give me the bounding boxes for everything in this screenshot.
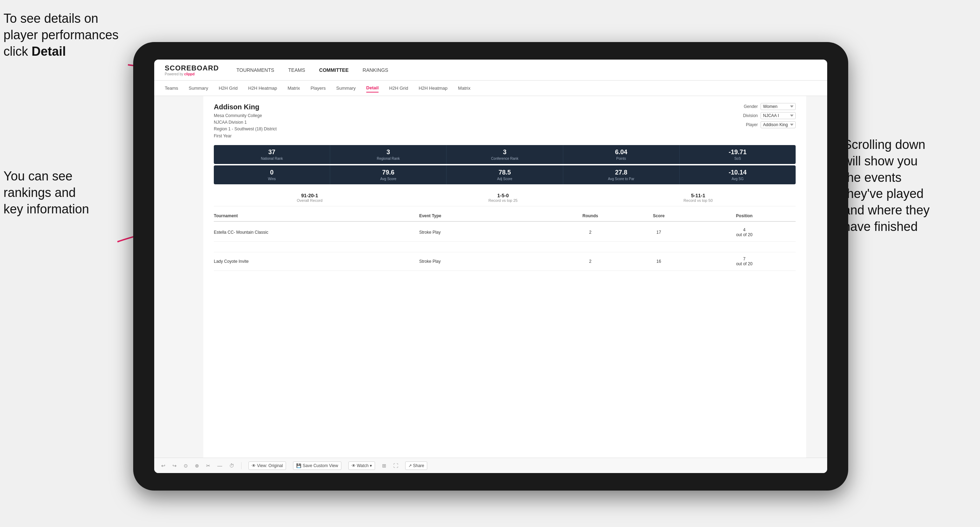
subnav-players[interactable]: Players bbox=[310, 84, 326, 92]
th-position: Position bbox=[693, 213, 795, 218]
player-filter-label: Player bbox=[746, 122, 758, 127]
annotation-topleft: To see details on player performances cl… bbox=[3, 11, 137, 60]
view-original-label: 👁 View: Original bbox=[252, 463, 283, 468]
th-score: Score bbox=[625, 213, 693, 218]
stat-avg-score-label: Avg Score bbox=[335, 177, 441, 181]
subnav-matrix2[interactable]: Matrix bbox=[458, 84, 470, 92]
tablet-screen: SCOREBOARD Powered by clippd TOURNAMENTS… bbox=[154, 60, 827, 473]
subnav-matrix[interactable]: Matrix bbox=[287, 84, 300, 92]
nav-rankings[interactable]: RANKINGS bbox=[363, 65, 388, 75]
subnav-h2h-grid[interactable]: H2H Grid bbox=[219, 84, 238, 92]
stat-wins-label: Wins bbox=[219, 177, 325, 181]
division-select[interactable]: NJCAA I NJCAA II bbox=[760, 112, 795, 119]
record-overall-label: Overall Record bbox=[297, 198, 323, 203]
td-rounds-1: 2 bbox=[556, 230, 624, 235]
player-year: First Year bbox=[214, 133, 277, 140]
sub-nav: Teams Summary H2H Grid H2H Heatmap Matri… bbox=[154, 81, 827, 96]
stat-points: 6.04 Points bbox=[563, 145, 679, 164]
minus-icon[interactable]: — bbox=[217, 463, 222, 468]
annotation-bottomleft: You can see rankings and key information bbox=[3, 168, 123, 217]
nav-tournaments[interactable]: TOURNAMENTS bbox=[236, 65, 274, 75]
stat-avg-sg-label: Avg SG bbox=[684, 177, 791, 181]
td-score-1: 17 bbox=[625, 230, 693, 235]
player-school: Mesa Community College bbox=[214, 113, 277, 119]
td-tournament-1: Estella CC- Mountain Classic bbox=[214, 230, 419, 235]
player-header: Addison King Mesa Community College NJCA… bbox=[214, 103, 795, 140]
subnav-h2h-heatmap[interactable]: H2H Heatmap bbox=[248, 84, 277, 92]
toolbar-divider bbox=[241, 462, 242, 469]
stat-wins-value: 0 bbox=[219, 169, 325, 176]
share-label: ↗ Share bbox=[408, 463, 424, 468]
tournament-table: Tournament Event Type Rounds Score Posit… bbox=[214, 213, 795, 271]
th-rounds: Rounds bbox=[556, 213, 624, 218]
record-top50-label: Record vs top 50 bbox=[684, 198, 713, 203]
td-tournament-2: Lady Coyote Invite bbox=[214, 259, 419, 264]
subnav-summary[interactable]: Summary bbox=[189, 84, 208, 92]
tablet-device: SCOREBOARD Powered by clippd TOURNAMENTS… bbox=[133, 42, 848, 490]
logo-area: SCOREBOARD Powered by clippd bbox=[165, 64, 219, 76]
stat-avg-score-par-label: Avg Score to Par bbox=[568, 177, 675, 181]
gender-select[interactable]: Women Men bbox=[760, 103, 795, 110]
stat-regional-rank-value: 3 bbox=[335, 149, 441, 156]
table-row: Lady Coyote Invite Stroke Play 2 16 7out… bbox=[214, 252, 795, 271]
logo-powered: Powered by clippd bbox=[165, 72, 219, 76]
view-original-button[interactable]: 👁 View: Original bbox=[248, 462, 286, 470]
subnav-summary2[interactable]: Summary bbox=[336, 84, 356, 92]
player-info: Addison King Mesa Community College NJCA… bbox=[214, 103, 277, 140]
watch-label: 👁 Watch ▾ bbox=[352, 463, 372, 468]
player-select[interactable]: Addison King bbox=[760, 121, 795, 128]
expand-icon[interactable]: ⛶ bbox=[393, 463, 398, 468]
stat-wins: 0 Wins bbox=[214, 165, 330, 184]
nav-teams[interactable]: TEAMS bbox=[288, 65, 305, 75]
redo-icon[interactable]: ↪ bbox=[172, 463, 177, 468]
stat-conference-rank-value: 3 bbox=[452, 149, 558, 156]
stat-avg-score-par-value: 27.8 bbox=[568, 169, 675, 176]
refresh-icon[interactable]: ⊙ bbox=[184, 463, 188, 468]
th-tournament: Tournament bbox=[214, 213, 419, 218]
stat-points-value: 6.04 bbox=[568, 149, 675, 156]
add-icon[interactable]: ⊕ bbox=[195, 463, 199, 468]
logo-scoreboard: SCOREBOARD bbox=[165, 64, 219, 72]
left-panel bbox=[154, 96, 203, 458]
table-row-empty bbox=[214, 242, 795, 252]
stat-avg-score: 79.6 Avg Score bbox=[330, 165, 447, 184]
player-name: Addison King bbox=[214, 103, 277, 111]
nav-committee[interactable]: COMMITTEE bbox=[319, 65, 349, 75]
th-event: Event Type bbox=[419, 213, 556, 218]
grid-icon[interactable]: ⊞ bbox=[382, 463, 386, 468]
app-header: SCOREBOARD Powered by clippd TOURNAMENTS… bbox=[154, 60, 827, 81]
save-custom-view-button[interactable]: 💾 Save Custom View bbox=[293, 462, 341, 470]
record-top25-label: Record vs top 25 bbox=[488, 198, 518, 203]
subnav-detail[interactable]: Detail bbox=[366, 84, 379, 92]
stat-avg-score-par: 27.8 Avg Score to Par bbox=[563, 165, 679, 184]
record-overall-value: 91-20-1 bbox=[297, 193, 323, 198]
subnav-teams[interactable]: Teams bbox=[165, 84, 178, 92]
watch-button[interactable]: 👁 Watch ▾ bbox=[348, 462, 375, 470]
gender-label: Gender bbox=[744, 104, 758, 109]
right-panel bbox=[806, 96, 827, 458]
cut-icon[interactable]: ✂ bbox=[206, 463, 210, 468]
stat-regional-rank: 3 Regional Rank bbox=[330, 145, 447, 164]
stat-avg-score-value: 79.6 bbox=[335, 169, 441, 176]
stat-conference-rank: 3 Conference Rank bbox=[447, 145, 563, 164]
center-panel[interactable]: Addison King Mesa Community College NJCA… bbox=[203, 96, 806, 458]
timer-icon[interactable]: ⏱ bbox=[229, 463, 234, 468]
table-row: Estella CC- Mountain Classic Stroke Play… bbox=[214, 223, 795, 242]
stat-sos: -19.71 SoS bbox=[679, 145, 795, 164]
td-event-2: Stroke Play bbox=[419, 259, 556, 264]
record-top50-value: 5-11-1 bbox=[684, 193, 713, 198]
subnav-h2h-heatmap2[interactable]: H2H Heatmap bbox=[418, 84, 447, 92]
main-content: Addison King Mesa Community College NJCA… bbox=[154, 96, 827, 458]
records-row: 91-20-1 Overall Record 1-5-0 Record vs t… bbox=[214, 189, 795, 206]
stat-sos-value: -19.71 bbox=[684, 149, 791, 156]
player-filter: Player Addison King bbox=[746, 121, 795, 128]
stat-adj-score-value: 78.5 bbox=[452, 169, 558, 176]
share-button[interactable]: ↗ Share bbox=[405, 462, 427, 470]
subnav-h2h-grid2[interactable]: H2H Grid bbox=[389, 84, 408, 92]
stat-national-rank: 37 National Rank bbox=[214, 145, 330, 164]
main-nav: TOURNAMENTS TEAMS COMMITTEE RANKINGS bbox=[236, 65, 388, 75]
td-event-1: Stroke Play bbox=[419, 230, 556, 235]
td-position-2: 7out of 20 bbox=[693, 257, 795, 266]
undo-icon[interactable]: ↩ bbox=[161, 463, 165, 468]
stat-conference-rank-label: Conference Rank bbox=[452, 157, 558, 160]
